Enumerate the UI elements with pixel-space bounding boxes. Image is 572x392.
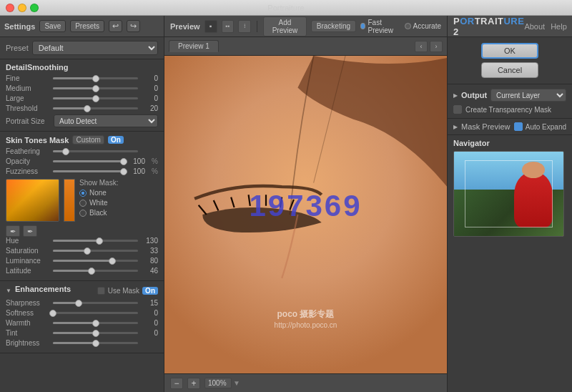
zoom-value[interactable]: 100% [204, 378, 232, 388]
output-row: ▶ Output Current Layer [453, 89, 566, 102]
traffic-lights [6, 4, 39, 12]
preset-select[interactable]: Default [32, 41, 158, 55]
sharpness-track [53, 302, 138, 304]
center-panel: Preview ▪ ▪▪ ⁞ Add Preview Bracketing Fa… [164, 16, 447, 392]
feathering-slider-row: Feathering [6, 147, 158, 155]
mask-preview-section: ▶ Mask Preview Auto Expand [448, 119, 572, 135]
mask-none-radio[interactable] [79, 190, 87, 197]
dropper-button-1[interactable]: ✒ [6, 225, 20, 237]
preview-tab-1[interactable]: Preview 1 [169, 40, 219, 52]
about-link[interactable]: About [524, 22, 545, 31]
luminance-slider-row: Luminance 80 [6, 257, 158, 265]
color-swatch[interactable] [64, 179, 75, 222]
auto-expand-checkbox[interactable] [514, 122, 523, 131]
mask-white-label: White [89, 199, 108, 207]
zoom-minus-button[interactable]: − [170, 378, 183, 389]
hue-thumb[interactable] [96, 237, 103, 245]
fuzziness-thumb[interactable] [120, 168, 127, 175]
sharpness-thumb[interactable] [75, 300, 82, 307]
feathering-thumb[interactable] [62, 148, 69, 155]
color-gradient[interactable] [6, 179, 59, 222]
mask-white-option[interactable]: White [79, 199, 118, 207]
brightness-slider-row: Brightness [6, 339, 158, 347]
fuzziness-value: 100 [128, 167, 145, 175]
fast-preview-radio[interactable]: Fast Preview [360, 19, 400, 34]
brightness-label: Brightness [6, 339, 50, 347]
portrait-size-row: Portrait Size Auto Detect [6, 114, 158, 127]
fine-fill [53, 77, 96, 79]
preview-bottom: − + 100% ▼ [164, 373, 447, 392]
undo-button[interactable]: ↩ [109, 20, 122, 32]
enhancements-triangle: ▼ [6, 288, 11, 294]
warmth-slider-row: Warmth 0 [6, 319, 158, 327]
accurate-label: Accurate [413, 22, 441, 30]
large-fill [53, 97, 96, 99]
preview-toolbar: Preview ▪ ▪▪ ⁞ Add Preview Bracketing Fa… [164, 16, 447, 37]
threshold-fill [53, 107, 87, 109]
watermark-url: http://photo.poco.cn [275, 321, 337, 329]
skin-on-badge[interactable]: On [108, 136, 124, 144]
brightness-thumb[interactable] [92, 340, 99, 347]
help-link[interactable]: Help [551, 22, 567, 31]
large-label: Large [6, 94, 50, 102]
left-toolbar: Settings Save Presets ↩ ↪ [0, 16, 164, 37]
dropper-button-2[interactable]: ✒ [23, 225, 37, 237]
zoom-dropdown-arrow[interactable]: ▼ [233, 379, 240, 387]
prev-arrow[interactable]: ‹ [415, 41, 428, 52]
create-transparency-label: Create Transparency Mask [465, 106, 551, 114]
latitude-thumb[interactable] [88, 268, 95, 275]
threshold-thumb[interactable] [84, 105, 91, 112]
cancel-button[interactable]: Cancel [481, 62, 538, 78]
mask-none-option[interactable]: None [79, 189, 118, 197]
medium-thumb[interactable] [92, 85, 99, 92]
use-mask-checkbox[interactable] [97, 287, 105, 295]
threshold-track [53, 107, 138, 109]
redo-button[interactable]: ↪ [127, 20, 140, 32]
saturation-thumb[interactable] [84, 248, 91, 255]
warmth-thumb[interactable] [92, 320, 99, 327]
preview-area[interactable]: 197369 poco 摄影专题 http://photo.poco.cn [164, 56, 447, 373]
softness-slider-row: Softness 0 [6, 309, 158, 317]
feathering-label: Feathering [6, 147, 50, 155]
add-preview-button[interactable]: Add Preview [263, 16, 307, 36]
minimize-button[interactable] [18, 4, 26, 12]
split-view-btn[interactable]: ▪▪ [222, 20, 235, 33]
enhancements-title: Enhancements [15, 285, 71, 293]
ok-button[interactable]: OK [481, 43, 538, 59]
preview-label: Preview [170, 22, 200, 31]
next-arrow[interactable]: › [430, 41, 443, 52]
warmth-label: Warmth [6, 319, 50, 327]
mask-black-label: Black [89, 209, 107, 217]
single-view-btn[interactable]: ▪ [204, 20, 217, 33]
bracketing-button[interactable]: Bracketing [311, 20, 356, 32]
fast-preview-dot [360, 23, 365, 29]
right-links: About Help [524, 22, 566, 31]
opacity-thumb[interactable] [120, 158, 127, 165]
mask-black-radio[interactable] [79, 210, 87, 217]
output-layer-select[interactable]: Current Layer [490, 89, 566, 102]
brightness-fill [53, 342, 96, 344]
mask-black-option[interactable]: Black [79, 209, 118, 217]
presets-button[interactable]: Presets [70, 20, 104, 32]
fine-thumb[interactable] [92, 75, 99, 82]
accurate-radio[interactable]: Accurate [405, 22, 441, 30]
fast-preview-label: Fast Preview [368, 19, 400, 34]
multi-view-btn[interactable]: ⁞ [238, 20, 251, 33]
save-button[interactable]: Save [39, 20, 66, 32]
show-mask-area: Show Mask: None White Black [79, 179, 118, 222]
navigator-thumbnail [453, 151, 564, 237]
large-thumb[interactable] [92, 95, 99, 102]
tint-track [53, 332, 138, 334]
zoom-plus-button[interactable]: + [187, 378, 200, 389]
enhancements-on-badge[interactable]: On [142, 287, 158, 295]
tint-thumb[interactable] [92, 330, 99, 337]
portrait-size-select[interactable]: Auto Detect [54, 114, 158, 127]
maximize-button[interactable] [30, 4, 39, 12]
mask-white-radio[interactable] [79, 200, 87, 207]
preview-tabs: Preview 1 ‹ › [164, 37, 447, 56]
zoom-value-box: 100% ▼ [204, 378, 240, 388]
create-transparency-checkbox[interactable] [453, 105, 462, 114]
softness-thumb[interactable] [49, 310, 56, 317]
luminance-thumb[interactable] [109, 258, 116, 265]
close-button[interactable] [6, 4, 14, 12]
